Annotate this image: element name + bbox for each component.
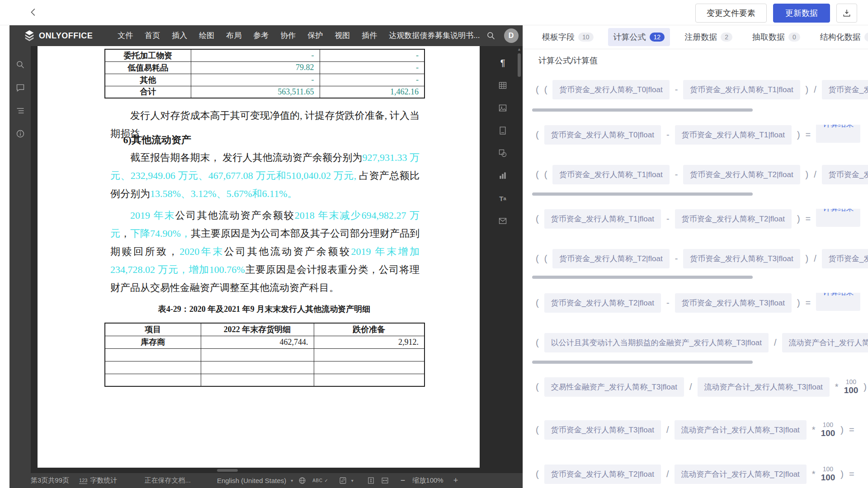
right-settings-rail: ¶ Ta <box>494 58 512 226</box>
body-text: ， <box>120 228 130 239</box>
body-text: 公司其他流动资产余额较 <box>175 210 295 221</box>
update-data-button[interactable]: 更新数据 <box>773 4 830 23</box>
page-indicator[interactable]: 第3页共99页 <box>31 476 69 485</box>
table-settings-icon[interactable] <box>498 80 508 90</box>
formula-operator: ) <box>797 130 800 140</box>
formula-operator: * <box>835 382 839 392</box>
formula-result[interactable]: 计算结果 <box>816 293 860 311</box>
menu-item[interactable]: 插件 <box>356 25 383 46</box>
toolbar-search-icon[interactable] <box>486 31 496 41</box>
table-cell: - <box>191 49 320 61</box>
paragraph-balances: 截至报告期各期末， 发行人其他流动资产余额分别为927,931.33 万元、23… <box>110 149 420 203</box>
fit-page-button[interactable] <box>367 477 375 484</box>
formula-field-pill[interactable]: 货币资金_发行人简称_T0|float <box>552 80 669 99</box>
formula-field-pill[interactable]: 货币资金_发行人简称_T3|float <box>675 293 792 313</box>
formula-operator: ( <box>544 253 547 264</box>
menu-item[interactable]: 绘图 <box>193 25 220 46</box>
menu-item[interactable]: 协作 <box>274 25 302 46</box>
horizontal-scrollbar-thumb[interactable] <box>217 469 238 472</box>
spell-check-button[interactable]: ABC✓ <box>312 478 328 483</box>
formula-operator: / <box>666 425 669 435</box>
zoom-in-button[interactable]: + <box>453 476 458 485</box>
formula-fraction: 100100 <box>821 465 835 483</box>
formula-field-pill[interactable]: 货币资金_发行人简称_T3|float <box>544 420 661 440</box>
back-button[interactable] <box>27 6 40 19</box>
text-art-settings-icon[interactable]: Ta <box>498 193 508 203</box>
language-selector[interactable]: English (United States)▾ <box>217 477 293 484</box>
formula-operator: - <box>666 214 670 224</box>
fraction-numerator: 100 <box>823 421 833 428</box>
zoom-out-button[interactable]: − <box>401 476 406 485</box>
formula-result[interactable]: 计算结果 <box>816 125 860 143</box>
about-info-icon[interactable] <box>15 129 25 139</box>
formula-field-pill[interactable]: 货币资金_发行人简称_T2|float <box>544 465 661 484</box>
formula-field-pill[interactable]: 货币资金_发行人简称_T2|float <box>552 249 669 268</box>
user-avatar[interactable]: D <box>504 28 519 43</box>
menu-item[interactable]: 参考 <box>247 25 274 46</box>
formula-result[interactable]: 计算结果 <box>816 209 860 227</box>
comments-icon[interactable] <box>15 83 25 93</box>
menu-item[interactable]: 保护 <box>302 25 329 46</box>
table-cell: 合计 <box>105 86 191 98</box>
document-language-icon[interactable] <box>298 477 306 484</box>
menu-item[interactable]: 达观数据债券募集说明书... <box>383 25 486 46</box>
formula-operator: ( <box>536 382 539 392</box>
formula-field-pill[interactable]: 货币资金_发行人简称_T2|float <box>683 165 800 184</box>
menu-item[interactable]: 首页 <box>139 25 166 46</box>
formula-field-pill[interactable]: 货币资金_发行人简称_T2|float <box>822 165 868 184</box>
menu-item[interactable]: 文件 <box>112 25 139 46</box>
formula-operator: ) <box>797 214 800 224</box>
vertical-scrollbar[interactable]: ▲ <box>517 46 522 473</box>
shape-settings-icon[interactable] <box>498 148 508 158</box>
formula-field-pill[interactable]: 交易性金融资产_发行人简称_T3|float <box>544 377 684 397</box>
formula-field-pill[interactable]: 流动资产合计_发行人简称_T3|float <box>675 420 807 440</box>
change-file-elements-button[interactable]: 变更文件要素 <box>695 4 767 23</box>
chart-settings-icon[interactable] <box>498 171 508 181</box>
formula-group-divider <box>532 361 753 364</box>
track-changes-button[interactable]: ▾ <box>339 477 354 484</box>
table-cell: 委托加工物资 <box>105 49 191 61</box>
header-footer-settings-icon[interactable] <box>498 126 508 136</box>
formula-field-pill[interactable]: 货币资金_发行人简称_T1|float <box>675 125 792 145</box>
horizontal-scrollbar[interactable] <box>31 469 516 472</box>
table-cell <box>201 361 314 374</box>
formula-field-pill[interactable]: 货币资金_发行人简称_T3|float <box>683 249 800 268</box>
menu-item[interactable]: 视图 <box>329 25 356 46</box>
left-sidebar <box>9 46 31 473</box>
paragraph-settings-icon[interactable]: ¶ <box>498 58 508 68</box>
formula-field-pill[interactable]: 货币资金_发行人简称_T1|float <box>683 80 800 99</box>
menu-item[interactable]: 插入 <box>166 25 193 46</box>
formula-field-pill[interactable]: 货币资金_发行人简称_T1|float <box>552 165 669 184</box>
download-button[interactable] <box>836 4 857 23</box>
formula-field-pill[interactable]: 货币资金_发行人简称_T3|float <box>822 249 868 268</box>
formula-field-pill[interactable]: 货币资金_发行人简称_T1|float <box>822 80 868 99</box>
formula-field-pill[interactable]: 货币资金_发行人简称_T2|float <box>675 209 792 229</box>
formula-field-pill[interactable]: 流动资产合计_发行人简称_T3|float <box>698 377 830 397</box>
document-editor: ONLYOFFICE 文件首页插入绘图布局参考协作保护视图插件达观数据债券募集说… <box>9 25 523 488</box>
fraction-numerator: 100 <box>823 465 833 473</box>
formula-field-pill[interactable]: 流动资产合计_发行人简称_T2|float <box>675 465 807 484</box>
vertical-scrollbar-thumb[interactable] <box>518 53 521 77</box>
formula-field-pill[interactable]: 以公计且其变动计入当期损益的金融资产_发行人简称_T3|float <box>544 333 769 352</box>
detail-table: 项目2022 年末存货明细跌价准备库存商462,744.2,912. <box>104 323 425 387</box>
highlighted-text: 下降74.90%， <box>130 228 191 239</box>
table-cell: 库存商 <box>105 336 201 348</box>
word-count-button[interactable]: 123 字数统计 <box>79 476 117 485</box>
formula-row: (以公计且其变动计入当期损益的金融资产_发行人简称_T3|float/流动资产合… <box>536 333 868 352</box>
scroll-up-icon[interactable]: ▲ <box>517 47 521 52</box>
formula-field-pill[interactable]: 货币资金_发行人简称_T2|float <box>544 293 661 313</box>
mail-merge-icon[interactable] <box>498 216 508 226</box>
formula-group-divider <box>532 276 753 279</box>
menu-item[interactable]: 布局 <box>220 25 247 46</box>
find-icon[interactable] <box>15 60 25 70</box>
formula-operator: ) <box>863 382 867 392</box>
formula-field-pill[interactable]: 货币资金_发行人简称_T1|float <box>544 209 661 229</box>
document-page[interactable]: 委托加工物资--低值易耗品79.82-其他--合计563,511.651,462… <box>38 46 480 468</box>
zoom-level[interactable]: 缩放100% <box>412 476 443 485</box>
navigation-icon[interactable] <box>15 106 25 116</box>
formula-operator: - <box>675 84 678 95</box>
formula-field-pill[interactable]: 流动资产合计_发行人简称_T3|float <box>782 333 868 352</box>
fit-width-button[interactable] <box>381 477 389 484</box>
image-settings-icon[interactable] <box>498 103 508 113</box>
formula-field-pill[interactable]: 货币资金_发行人简称_T0|float <box>544 125 661 145</box>
